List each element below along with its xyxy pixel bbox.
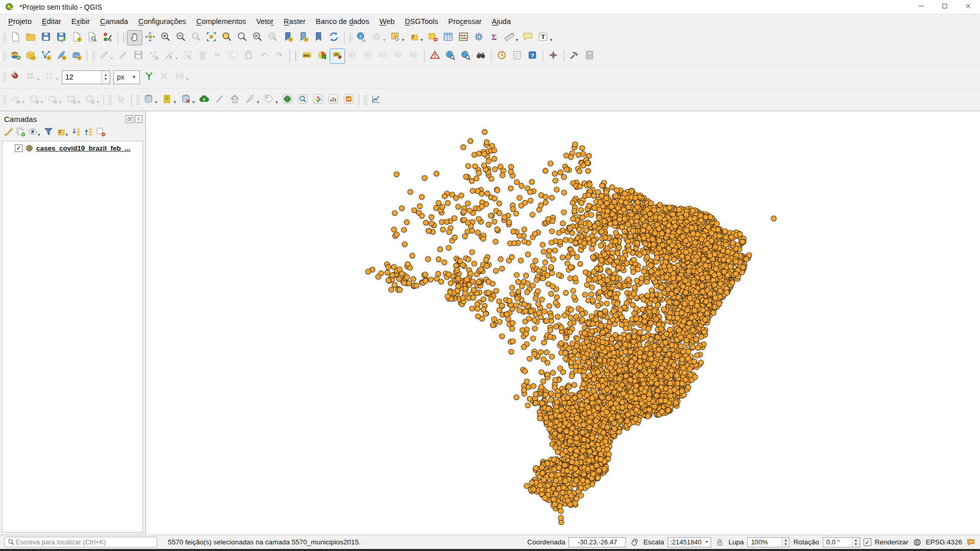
open-attribute-table-button[interactable] xyxy=(440,30,456,45)
menu-configurações[interactable]: Configurações xyxy=(133,15,191,28)
dsgtools-button[interactable] xyxy=(567,48,582,64)
menu-processar[interactable]: Processar xyxy=(443,15,486,28)
geoprocessing-plugin-button[interactable] xyxy=(310,92,326,108)
self-snapping-button-dropdown[interactable]: ▾ xyxy=(186,77,189,82)
snapping-unit-combobox[interactable]: px▼ xyxy=(113,70,140,84)
select-by-expression-button[interactable]: ε xyxy=(406,30,422,45)
locator-search[interactable] xyxy=(4,537,157,547)
topology-checker-button[interactable] xyxy=(261,92,277,108)
layer-name[interactable]: cases_covid19_brazil_feb_... xyxy=(36,144,131,152)
toolbar-grip[interactable] xyxy=(3,94,6,106)
messages-bubble-icon[interactable] xyxy=(966,537,976,547)
layer-labeling-button[interactable]: abc xyxy=(299,48,314,64)
snapping-mode-button-dropdown[interactable]: ▾ xyxy=(37,77,40,82)
enable-snapping-button[interactable] xyxy=(8,69,23,85)
new-print-layout-button[interactable] xyxy=(69,30,84,45)
crs-globe-icon[interactable] xyxy=(912,537,922,547)
new-virtual-layer-button[interactable] xyxy=(69,48,84,64)
pan-map-button[interactable] xyxy=(127,30,142,45)
add-point-feature-button[interactable] xyxy=(146,48,161,64)
deselect-features-button[interactable] xyxy=(425,30,440,45)
ellipse-tool-button[interactable] xyxy=(45,92,60,108)
toolbar-grip[interactable] xyxy=(3,51,6,62)
save-project-as-button[interactable] xyxy=(54,30,69,45)
toolbar-grip[interactable] xyxy=(122,32,126,43)
data-plot-plugin-button[interactable] xyxy=(326,92,341,108)
measure-line-button[interactable] xyxy=(502,30,517,45)
toolbar-grip[interactable] xyxy=(91,51,95,62)
panel-close-button[interactable] xyxy=(135,115,142,123)
search-layers-button[interactable] xyxy=(295,92,310,108)
toggle-editing-button[interactable] xyxy=(115,48,131,64)
rectangle-tool-button[interactable] xyxy=(64,92,79,108)
toolbar-grip[interactable] xyxy=(294,51,298,62)
toolbar-grip[interactable] xyxy=(136,94,139,106)
cloud-sync-button[interactable] xyxy=(197,92,212,108)
current-edits-button-dropdown[interactable]: ▾ xyxy=(111,56,113,61)
spin-steppers[interactable]: ▲▼ xyxy=(781,538,789,547)
circular-string-tool-button-dropdown[interactable]: ▾ xyxy=(22,99,24,105)
paste-features-button[interactable] xyxy=(241,48,256,64)
expand-all-button[interactable] xyxy=(70,127,82,139)
quickmapservices-button[interactable] xyxy=(280,92,295,108)
render-checkbox[interactable]: ✓ xyxy=(864,538,871,546)
style-manager-button[interactable]: a xyxy=(100,30,115,45)
circular-string-tool-button[interactable] xyxy=(8,92,23,108)
toolbar-grip[interactable] xyxy=(349,32,352,43)
layer-diagram-button[interactable] xyxy=(314,48,330,64)
zoom-last-button[interactable] xyxy=(250,30,265,45)
vertex-tool-button[interactable] xyxy=(161,48,177,64)
add-group-button[interactable] xyxy=(14,127,27,139)
pan-to-selection-button[interactable] xyxy=(142,30,158,45)
collapse-all-button[interactable] xyxy=(82,127,94,139)
show-hide-labels-button[interactable]: abc xyxy=(360,48,376,64)
show-layout-manager-button[interactable] xyxy=(84,30,100,45)
show-label-candidates-button[interactable] xyxy=(473,48,488,64)
remove-layer-button[interactable] xyxy=(94,127,107,139)
rotation-spinbox[interactable]: 0,0 ° ▲▼ xyxy=(823,537,860,547)
self-snapping-button[interactable] xyxy=(172,69,187,85)
show-spatial-bookmarks-button[interactable] xyxy=(296,30,311,45)
highlight-pinned-labels-button[interactable]: abc xyxy=(345,48,360,64)
annotation-tool-button[interactable] xyxy=(242,92,258,108)
menu-exibir[interactable]: Exibir xyxy=(66,15,95,28)
change-label-properties-button[interactable]: abc xyxy=(406,48,422,64)
raster-plugin-button[interactable] xyxy=(341,92,356,108)
magnifier-spinbox[interactable]: 100% ▲▼ xyxy=(747,537,790,547)
georeferencer-button[interactable] xyxy=(546,48,561,64)
spin-steppers[interactable]: ▲▼ xyxy=(852,538,860,547)
pan-to-conflict-button[interactable] xyxy=(458,48,473,64)
snapping-on-intersection-button[interactable] xyxy=(157,69,172,85)
regular-polygon-tool-button[interactable] xyxy=(82,92,97,108)
maximize-button[interactable] xyxy=(933,0,957,14)
map-tips-button[interactable] xyxy=(520,30,535,45)
ellipse-tool-button-dropdown[interactable]: ▾ xyxy=(59,99,62,105)
run-feature-action-button[interactable] xyxy=(369,30,384,45)
circle-tool-button[interactable] xyxy=(27,92,42,108)
identify-features-button[interactable]: i xyxy=(354,30,369,45)
panel-float-button[interactable] xyxy=(126,115,133,123)
open-data-source-manager-button[interactable] xyxy=(8,48,23,64)
coordinate-input[interactable]: -30.23,-26.47 xyxy=(569,537,626,547)
rotate-label-button[interactable]: abc xyxy=(391,48,406,64)
spin-steppers[interactable]: ▲▼ xyxy=(101,71,110,84)
zoom-in-button[interactable] xyxy=(158,30,173,45)
open-layer-styling-button[interactable] xyxy=(2,127,14,139)
vertex-tool-button-dropdown[interactable]: ▾ xyxy=(176,56,178,61)
scale-combobox[interactable]: :21451840 ▼ xyxy=(668,537,711,547)
snapping-mode-button[interactable] xyxy=(23,69,38,85)
run-feature-action-button-dropdown[interactable]: ▾ xyxy=(383,37,386,42)
zoom-next-button[interactable] xyxy=(265,30,280,45)
toolbar-grip[interactable] xyxy=(3,71,6,83)
menu-camada[interactable]: Camada xyxy=(95,15,133,28)
map-canvas[interactable] xyxy=(146,111,980,535)
snapping-tolerance-spinbox-input[interactable] xyxy=(62,71,101,84)
save-project-button[interactable] xyxy=(38,30,54,45)
move-label-button[interactable]: abc xyxy=(376,48,391,64)
rectangle-tool-button-dropdown[interactable]: ▾ xyxy=(78,99,81,105)
new-spatial-bookmark-button[interactable] xyxy=(280,30,296,45)
offline-editing-button[interactable] xyxy=(178,92,193,108)
new-geopackage-layer-button[interactable] xyxy=(23,48,38,64)
mouse-position-icon[interactable] xyxy=(629,537,640,547)
save-layer-edits-button[interactable] xyxy=(131,48,146,64)
